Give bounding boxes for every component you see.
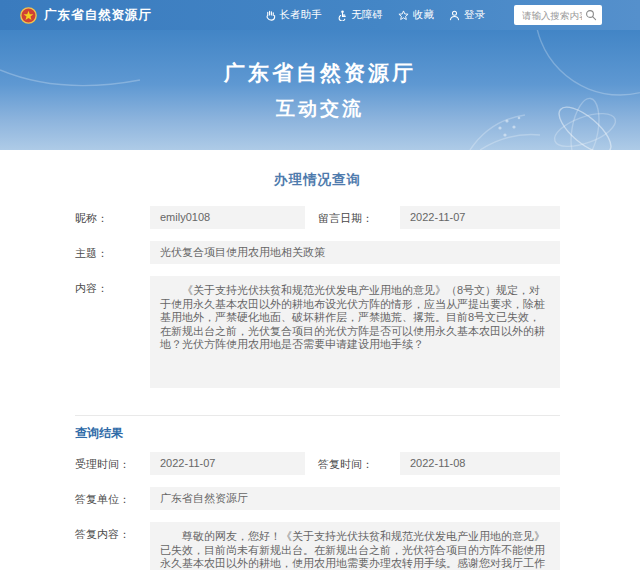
subject-label: 主题： — [75, 241, 150, 261]
row-nickname-date: 昵称： emily0108 留言日期： 2022-11-07 — [75, 206, 560, 229]
row-reply-content: 答复内容： 尊敬的网友，您好！《关于支持光伏扶贫和规范光伏发电产业用地的意见》已… — [75, 522, 560, 570]
row-inquiry-content: 内容： 《关于支持光伏扶贫和规范光伏发电产业用地的意见》（8号文）规定，对于使用… — [75, 276, 560, 388]
search-box — [514, 5, 602, 26]
nav-login[interactable]: 登录 — [449, 8, 485, 22]
national-emblem-icon[interactable] — [20, 7, 37, 24]
nav-elder-assistant[interactable]: 长者助手 — [265, 8, 322, 22]
row-accept-reply-time: 受理时间： 2022-11-07 答复时间： 2022-11-08 — [75, 452, 560, 475]
page-title: 办理情况查询 — [75, 171, 560, 189]
nav-accessibility-label: 无障碍 — [352, 8, 384, 22]
nav-accessibility[interactable]: 无障碍 — [337, 8, 384, 22]
inquiry-content-label: 内容： — [75, 276, 150, 296]
reply-unit-value: 广东省自然资源厅 — [150, 487, 560, 510]
reply-time-label: 答复时间： — [318, 452, 400, 472]
query-result-section-title: 查询结果 — [75, 416, 560, 452]
topbar: 广东省自然资源厅 长者助手 无障碍 收藏 — [0, 0, 640, 30]
reply-content-label: 答复内容： — [75, 522, 150, 542]
row-reply-unit: 答复单位： 广东省自然资源厅 — [75, 487, 560, 510]
elder-assist-hand-icon — [265, 10, 276, 21]
star-icon — [398, 10, 409, 21]
nickname-value: emily0108 — [150, 206, 305, 229]
accept-time-value: 2022-11-07 — [150, 452, 305, 475]
reply-content-value: 尊敬的网友，您好！《关于支持光伏扶贫和规范光伏发电产业用地的意见》已失效，目前尚… — [150, 522, 560, 570]
user-icon — [449, 10, 460, 21]
accessibility-icon — [337, 10, 348, 21]
top-navigation: 长者助手 无障碍 收藏 登录 — [265, 5, 603, 26]
search-icon[interactable] — [585, 9, 597, 21]
reply-time-value: 2022-11-08 — [400, 452, 560, 475]
banner-title-line2: 互动交流 — [0, 96, 640, 122]
accept-time-label: 受理时间： — [75, 452, 150, 472]
nav-elder-assistant-label: 长者助手 — [280, 8, 322, 22]
banner: 广东省自然资源厅 互动交流 — [0, 30, 640, 150]
banner-title-line1: 广东省自然资源厅 — [0, 59, 640, 87]
row-subject: 主题： 光伏复合项目使用农用地相关政策 — [75, 241, 560, 264]
inquiry-content-value: 《关于支持光伏扶贫和规范光伏发电产业用地的意见》（8号文）规定，对于使用永久基本… — [150, 276, 560, 388]
nav-favorites-label: 收藏 — [413, 8, 434, 22]
nav-favorites[interactable]: 收藏 — [398, 8, 434, 22]
subject-value: 光伏复合项目使用农用地相关政策 — [150, 241, 560, 264]
nav-login-label: 登录 — [464, 8, 485, 22]
site-name[interactable]: 广东省自然资源厅 — [44, 7, 152, 24]
nickname-label: 昵称： — [75, 206, 150, 226]
main-content: 办理情况查询 昵称： emily0108 留言日期： 2022-11-07 主题… — [75, 171, 560, 570]
message-date-value: 2022-11-07 — [400, 206, 560, 229]
message-date-label: 留言日期： — [318, 206, 400, 226]
reply-unit-label: 答复单位： — [75, 487, 150, 507]
banner-titles: 广东省自然资源厅 互动交流 — [0, 30, 640, 122]
